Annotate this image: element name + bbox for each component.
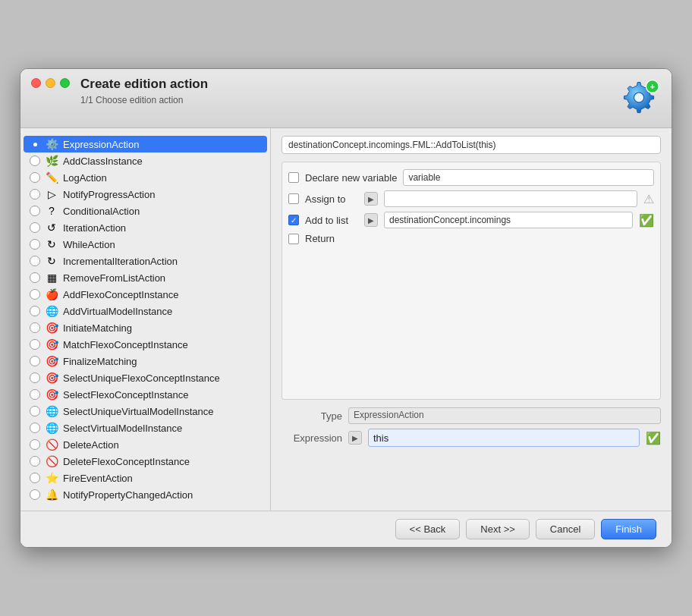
expression-row: Expression ▶ ✅ <box>282 429 661 447</box>
radio-btn <box>30 339 40 350</box>
action-item-selectuniqueflexoconceptinstance[interactable]: 🎯SelectUniqueFlexoConceptInstance <box>20 369 270 386</box>
action-icon: ✏️ <box>45 171 58 184</box>
declare-var-label: Declare new variable <box>305 172 397 184</box>
action-label: SelectUniqueVirtualModelInstance <box>63 406 214 417</box>
traffic-lights <box>31 78 70 88</box>
action-item-selectuniquevirtualmodelinstance[interactable]: 🌐SelectUniqueVirtualModelInstance <box>20 403 270 420</box>
action-icon: 🚫 <box>45 455 58 467</box>
action-item-addclassinstance[interactable]: 🌿AddClassInstance <box>20 152 270 169</box>
finish-button[interactable]: Finish <box>601 519 656 539</box>
action-icon: ? <box>45 205 58 217</box>
action-icon: 🎯 <box>45 355 58 367</box>
radio-btn <box>30 372 40 383</box>
add-to-list-checkbox[interactable] <box>288 215 299 225</box>
declare-var-input[interactable] <box>403 169 654 186</box>
action-label: InitiateMatching <box>63 322 132 334</box>
action-label: RemoveFromListAction <box>63 272 165 284</box>
footer: << Back Next >> Cancel Finish <box>20 511 672 547</box>
window-title: Create edition action <box>80 77 618 92</box>
return-row: Return <box>288 231 654 247</box>
assign-to-input[interactable] <box>384 190 637 207</box>
add-to-list-row: Add to list ▶ ✅ <box>288 209 654 231</box>
action-item-selectvirtualmodelinstance[interactable]: 🌐SelectVirtualModelInstance <box>20 420 270 436</box>
action-item-notifypropertychangedaction[interactable]: 🔔NotifyPropertyChangedAction <box>20 486 270 503</box>
radio-btn <box>30 489 40 500</box>
action-item-iterationaction[interactable]: ↺IterationAction <box>20 219 270 236</box>
action-icon: 🔔 <box>45 489 58 501</box>
maximize-button[interactable] <box>60 78 70 88</box>
assign-to-chevron[interactable]: ▶ <box>364 192 378 206</box>
close-button[interactable] <box>31 78 41 88</box>
action-label: MatchFlexoConceptInstance <box>63 339 188 350</box>
gear-icon: + <box>618 77 661 121</box>
return-checkbox[interactable] <box>288 234 299 244</box>
assign-to-checkbox[interactable] <box>288 193 299 204</box>
type-row: Type ExpressionAction <box>282 407 661 424</box>
expression-chevron[interactable]: ▶ <box>348 431 362 445</box>
action-item-notifyprogressaction[interactable]: ▷NotifyProgressAction <box>20 186 270 203</box>
action-item-whileaction[interactable]: ↻WhileAction <box>20 236 270 253</box>
action-icon: ⚙️ <box>45 138 58 150</box>
type-label: Type <box>282 410 342 422</box>
action-item-deleteflexoconceptinstance[interactable]: 🚫DeleteFlexoConceptInstance <box>20 453 270 470</box>
titlebar: Create edition action 1/1 Choose edition… <box>20 69 672 128</box>
action-item-fireeventaction[interactable]: ⭐FireEventAction <box>20 470 270 486</box>
action-item-deleteaction[interactable]: 🚫DeleteAction <box>20 436 270 453</box>
action-label: FinalizeMatching <box>63 356 137 367</box>
action-item-selectflexoconceptinstance[interactable]: 🎯SelectFlexoConceptInstance <box>20 386 270 403</box>
action-item-initiatematching[interactable]: 🎯InitiateMatching <box>20 319 270 336</box>
action-item-addflexoconceptinstance[interactable]: 🍎AddFlexoConceptInstance <box>20 286 270 303</box>
window-subtitle: 1/1 Choose edition action <box>80 95 618 105</box>
action-item-finalizematching[interactable]: 🎯FinalizeMatching <box>20 353 270 369</box>
radio-btn <box>30 139 40 149</box>
radio-btn <box>30 272 40 283</box>
cancel-button[interactable]: Cancel <box>536 519 595 539</box>
add-to-list-status-icon: ✅ <box>639 213 654 228</box>
radio-btn <box>30 239 40 250</box>
action-item-conditionalaction[interactable]: ?ConditionalAction <box>20 203 270 219</box>
radio-btn <box>30 456 40 467</box>
action-icon: ↻ <box>45 255 58 267</box>
declare-var-row: Declare new variable <box>288 167 654 188</box>
form-section: Declare new variable Assign to ▶ ⚠ Add t… <box>282 162 661 252</box>
content-area: ⚙️ExpressionAction🌿AddClassInstance✏️Log… <box>20 128 672 511</box>
assign-to-status-icon: ⚠ <box>643 192 654 206</box>
action-item-addvirtualmodelinstance[interactable]: 🌐AddVirtualModelInstance <box>20 303 270 319</box>
expression-bar: destinationConcept.incomings.FML::AddToL… <box>282 136 661 154</box>
assign-to-row: Assign to ▶ ⚠ <box>288 188 654 209</box>
action-item-expressionaction[interactable]: ⚙️ExpressionAction <box>24 136 267 152</box>
expression-label: Expression <box>282 432 342 444</box>
title-area: Create edition action 1/1 Choose edition… <box>80 77 618 105</box>
action-label: FireEventAction <box>63 473 133 484</box>
next-button[interactable]: Next >> <box>466 519 530 539</box>
radio-btn <box>30 156 40 166</box>
empty-area <box>282 248 661 400</box>
add-to-list-label: Add to list <box>305 215 358 226</box>
expression-input[interactable] <box>368 429 640 447</box>
expression-status-icon: ✅ <box>646 431 661 445</box>
action-list: ⚙️ExpressionAction🌿AddClassInstance✏️Log… <box>20 128 271 511</box>
action-item-removefromlistaction[interactable]: ▦RemoveFromListAction <box>20 269 270 286</box>
action-icon: ↺ <box>45 222 58 234</box>
action-item-matchflexoconceptinstance[interactable]: 🎯MatchFlexoConceptInstance <box>20 336 270 353</box>
action-icon: 🍎 <box>45 288 58 300</box>
add-to-list-input[interactable] <box>384 212 633 228</box>
declare-var-checkbox[interactable] <box>288 172 299 183</box>
action-item-logaction[interactable]: ✏️LogAction <box>20 169 270 186</box>
radio-btn <box>30 222 40 233</box>
radio-btn <box>30 406 40 416</box>
action-item-incrementaliterationaction[interactable]: ↻IncrementalIterationAction <box>20 253 270 269</box>
radio-btn <box>30 356 40 366</box>
action-label: LogAction <box>63 172 107 184</box>
action-label: SelectFlexoConceptInstance <box>63 389 188 401</box>
radio-btn <box>30 423 40 433</box>
back-button[interactable]: << Back <box>395 519 461 539</box>
action-icon: 🌐 <box>45 405 58 417</box>
radio-btn <box>30 256 40 266</box>
action-label: AddClassInstance <box>63 156 143 167</box>
action-label: NotifyPropertyChangedAction <box>63 489 193 501</box>
minimize-button[interactable] <box>46 78 55 88</box>
action-icon: 🎯 <box>45 338 58 350</box>
add-to-list-chevron[interactable]: ▶ <box>364 213 378 227</box>
action-label: NotifyProgressAction <box>63 189 155 200</box>
